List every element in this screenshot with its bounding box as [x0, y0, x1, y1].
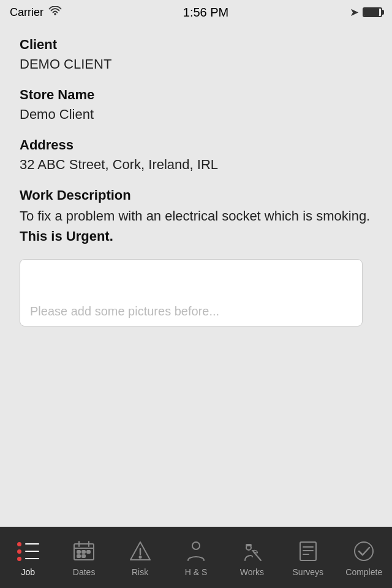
- image-placeholder[interactable]: Please add some pictures before...: [20, 259, 363, 326]
- carrier-label: Carrier: [10, 6, 43, 19]
- complete-icon: [350, 538, 377, 565]
- dates-icon: [70, 538, 97, 565]
- tab-risk[interactable]: Risk: [113, 538, 168, 577]
- surveys-icon: [295, 538, 322, 565]
- tab-surveys[interactable]: Surveys: [281, 538, 336, 577]
- store-name-label: Store Name: [20, 87, 372, 103]
- address-value: 32 ABC Street, Cork, Ireland, IRL: [20, 157, 372, 173]
- work-description-text: To fix a problem with an electrical sock…: [20, 207, 372, 226]
- tab-complete[interactable]: Complete: [336, 538, 391, 577]
- tab-bar: Job Dates Risk: [0, 527, 392, 588]
- client-label: Client: [20, 37, 372, 53]
- tab-complete-label: Complete: [345, 567, 382, 577]
- tab-job[interactable]: Job: [1, 538, 56, 577]
- work-description-section: Work Description To fix a problem with a…: [20, 187, 372, 244]
- store-name-section: Store Name Demo Client: [20, 87, 372, 123]
- work-description-label: Work Description: [20, 187, 372, 203]
- tab-job-label: Job: [21, 567, 35, 577]
- image-placeholder-text: Please add some pictures before...: [30, 304, 219, 318]
- svg-point-13: [192, 542, 200, 549]
- address-section: Address 32 ABC Street, Cork, Ireland, IR…: [20, 137, 372, 173]
- battery-icon: [363, 7, 382, 17]
- svg-rect-6: [82, 551, 85, 553]
- svg-rect-9: [82, 555, 85, 557]
- svg-rect-5: [77, 551, 80, 553]
- status-bar: Carrier 1:56 PM ➤: [0, 0, 392, 24]
- client-section: Client DEMO CLIENT: [20, 37, 372, 72]
- tab-hs[interactable]: H & S: [168, 538, 224, 577]
- svg-point-0: [54, 13, 56, 15]
- tab-dates-label: Dates: [73, 567, 96, 577]
- time-label: 1:56 PM: [183, 6, 228, 20]
- svg-point-22: [355, 542, 373, 560]
- svg-rect-7: [87, 551, 90, 553]
- work-description-urgent: This is Urgent.: [20, 228, 372, 244]
- works-icon: [238, 538, 265, 565]
- svg-point-12: [139, 556, 141, 558]
- client-value: DEMO CLIENT: [20, 56, 372, 72]
- main-content: Client DEMO CLIENT Store Name Demo Clien…: [0, 24, 392, 564]
- tab-risk-label: Risk: [132, 567, 148, 577]
- tab-works-label: Works: [240, 567, 264, 577]
- tab-works[interactable]: Works: [224, 538, 279, 577]
- hs-icon: [183, 538, 209, 565]
- tab-hs-label: H & S: [185, 567, 208, 577]
- job-icon: [15, 538, 42, 565]
- tab-surveys-label: Surveys: [293, 567, 324, 577]
- svg-rect-8: [77, 555, 80, 557]
- address-label: Address: [20, 137, 372, 153]
- location-icon: ➤: [350, 6, 359, 19]
- wifi-icon: [48, 6, 62, 19]
- store-name-value: Demo Client: [20, 107, 372, 123]
- tab-dates[interactable]: Dates: [56, 538, 111, 577]
- risk-icon: [127, 538, 154, 565]
